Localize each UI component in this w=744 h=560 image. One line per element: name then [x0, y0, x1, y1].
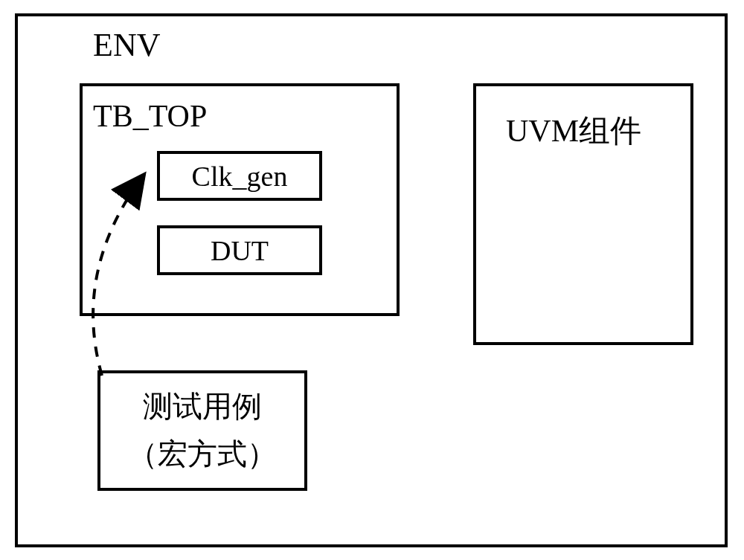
env-label: ENV — [93, 26, 160, 64]
dut-label: DUT — [211, 234, 269, 267]
testcase-box: 测试用例 （宏方式） — [97, 370, 307, 491]
uvm-label: UVM组件 — [506, 110, 641, 152]
testcase-line2: （宏方式） — [128, 431, 277, 478]
dut-box: DUT — [157, 225, 322, 275]
clk-gen-box: Clk_gen — [157, 151, 322, 201]
testcase-line1: 测试用例 — [143, 383, 262, 431]
tb-top-label: TB_TOP — [93, 98, 207, 134]
clk-gen-label: Clk_gen — [192, 160, 288, 193]
